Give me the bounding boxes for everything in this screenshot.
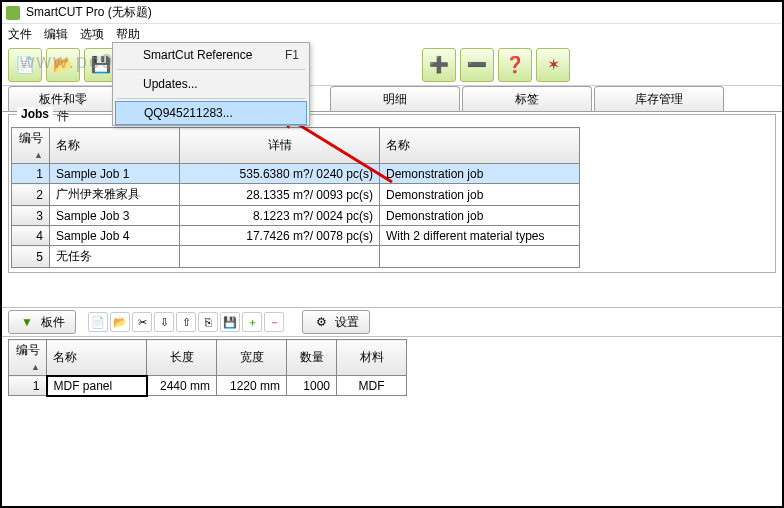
panel-btn-label: 板件 xyxy=(41,314,65,331)
cell-name: 无任务 xyxy=(50,246,180,268)
col-length[interactable]: 长度 xyxy=(147,340,217,376)
open-icon[interactable]: 📂 xyxy=(110,312,130,332)
panel-toolbar: ▼ 板件 📄 📂 ✂ ⇩ ⇧ ⎘ 💾 ＋ － ⚙ 设置 xyxy=(2,307,782,337)
toolbar-btn-help[interactable]: ❓ xyxy=(498,48,532,82)
col-material[interactable]: 材料 xyxy=(337,340,407,376)
parts-table: 编号▲ 名称 长度 宽度 数量 材料 1 MDF panel 2440 mm 1… xyxy=(8,339,407,397)
cell-material: MDF xyxy=(337,376,407,396)
add-icon[interactable]: ＋ xyxy=(242,312,262,332)
cell-qty: 1000 xyxy=(287,376,337,396)
cell-name: Sample Job 3 xyxy=(50,206,180,226)
copy-icon[interactable]: ⎘ xyxy=(198,312,218,332)
cell-no: 1 xyxy=(9,376,47,396)
import-icon[interactable]: ⇩ xyxy=(154,312,174,332)
cell-width: 1220 mm xyxy=(217,376,287,396)
cell-detail: 8.1223 m?/ 0024 pc(s) xyxy=(180,206,380,226)
col-name[interactable]: 名称 xyxy=(50,128,180,164)
gear-icon: ⚙ xyxy=(313,314,329,330)
menu-help[interactable]: 帮助 xyxy=(116,26,140,43)
cell-name2: Demonstration job xyxy=(380,206,580,226)
col-width[interactable]: 宽度 xyxy=(217,340,287,376)
menu-item-label: QQ945211283... xyxy=(144,106,233,120)
cell-name2: Demonstration job xyxy=(380,164,580,184)
cell-name: Sample Job 1 xyxy=(50,164,180,184)
new-icon[interactable]: 📄 xyxy=(88,312,108,332)
settings-label: 设置 xyxy=(335,314,359,331)
cell-no: 4 xyxy=(12,226,50,246)
cell-name: 广州伊来雅家具 xyxy=(50,184,180,206)
cell-no: 3 xyxy=(12,206,50,226)
toolbar-btn-new[interactable]: 📄 xyxy=(8,48,42,82)
menu-item-updates[interactable]: Updates... xyxy=(113,72,309,96)
col-name[interactable]: 名称 xyxy=(47,340,147,376)
app-icon xyxy=(6,6,20,20)
cell-no: 2 xyxy=(12,184,50,206)
menu-separator xyxy=(117,98,305,99)
menu-edit[interactable]: 编辑 xyxy=(44,26,68,43)
toolbar-btn-add[interactable]: ➕ xyxy=(422,48,456,82)
tab-stock[interactable]: 库存管理 xyxy=(594,86,724,111)
cell-name2: Demonstration job xyxy=(380,184,580,206)
cell-name: Sample Job 4 xyxy=(50,226,180,246)
export-icon[interactable]: ⇧ xyxy=(176,312,196,332)
tab-labels[interactable]: 标签 xyxy=(462,86,592,111)
panel-dropdown-button[interactable]: ▼ 板件 xyxy=(8,310,76,334)
menu-item-label: SmartCut Reference xyxy=(143,48,252,62)
menu-bar: 文件 编辑 选项 帮助 xyxy=(2,24,782,44)
cell-no: 5 xyxy=(12,246,50,268)
menu-separator xyxy=(117,69,305,70)
cut-icon[interactable]: ✂ xyxy=(132,312,152,332)
sort-icon: ▲ xyxy=(31,362,40,372)
help-dropdown: SmartCut Reference F1 Updates... QQ94521… xyxy=(112,42,310,126)
tab-detail[interactable]: 明细 xyxy=(330,86,460,111)
table-row[interactable]: 5 无任务 xyxy=(12,246,580,268)
svg-line-0 xyxy=(288,118,392,182)
sort-icon: ▲ xyxy=(34,150,43,160)
toolbar-btn-action[interactable]: ✶ xyxy=(536,48,570,82)
menu-shortcut: F1 xyxy=(285,48,299,62)
cell-name2 xyxy=(380,246,580,268)
table-row[interactable]: 1 MDF panel 2440 mm 1220 mm 1000 MDF xyxy=(9,376,407,396)
cell-no: 1 xyxy=(12,164,50,184)
toolbar-btn-open[interactable]: 📂 xyxy=(46,48,80,82)
table-row[interactable]: 3 Sample Job 3 8.1223 m?/ 0024 pc(s) Dem… xyxy=(12,206,580,226)
table-header-row: 编号▲ 名称 长度 宽度 数量 材料 xyxy=(9,340,407,376)
arrow-down-icon: ▼ xyxy=(19,314,35,330)
settings-button[interactable]: ⚙ 设置 xyxy=(302,310,370,334)
menu-view[interactable]: 选项 xyxy=(80,26,104,43)
cell-length: 2440 mm xyxy=(147,376,217,396)
remove-icon[interactable]: － xyxy=(264,312,284,332)
cell-detail xyxy=(180,246,380,268)
panel-icon-group: 📄 📂 ✂ ⇩ ⇧ ⎘ 💾 ＋ － xyxy=(88,312,284,332)
menu-item-label: Updates... xyxy=(143,77,198,91)
jobs-group-label: Jobs xyxy=(17,107,53,121)
menu-item-qq[interactable]: QQ945211283... xyxy=(115,101,307,125)
cell-name[interactable]: MDF panel xyxy=(47,376,147,396)
window-title: SmartCUT Pro (无标题) xyxy=(26,4,152,21)
menu-item-reference[interactable]: SmartCut Reference F1 xyxy=(113,43,309,67)
col-no[interactable]: 编号▲ xyxy=(9,340,47,376)
col-no[interactable]: 编号▲ xyxy=(12,128,50,164)
parts-section: 编号▲ 名称 长度 宽度 数量 材料 1 MDF panel 2440 mm 1… xyxy=(2,337,782,399)
menu-file[interactable]: 文件 xyxy=(8,26,32,43)
table-row[interactable]: 4 Sample Job 4 17.7426 m?/ 0078 pc(s) Wi… xyxy=(12,226,580,246)
toolbar-btn-remove[interactable]: ➖ xyxy=(460,48,494,82)
cell-detail: 17.7426 m?/ 0078 pc(s) xyxy=(180,226,380,246)
col-name2[interactable]: 名称 xyxy=(380,128,580,164)
title-bar: SmartCUT Pro (无标题) xyxy=(2,2,782,24)
save-icon[interactable]: 💾 xyxy=(220,312,240,332)
col-qty[interactable]: 数量 xyxy=(287,340,337,376)
cell-name2: With 2 different material types xyxy=(380,226,580,246)
